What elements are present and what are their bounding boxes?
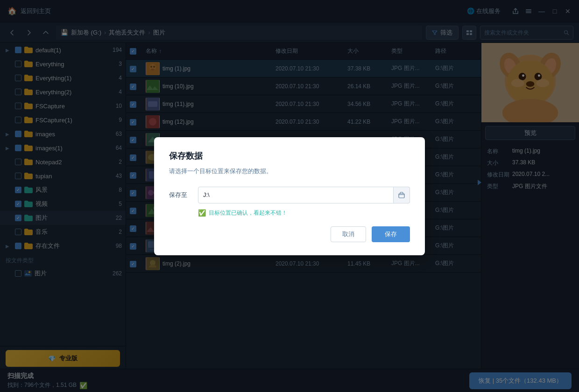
modal-overlay[interactable]: 保存数据 请选择一个目标位置来保存您的数据。 保存至 ✅ 目标位置已确认，看起来… — [0, 0, 579, 392]
svg-rect-51 — [399, 194, 404, 198]
modal-input-wrap — [198, 187, 410, 203]
cancel-button[interactable]: 取消 — [331, 226, 366, 242]
modal-validation: ✅ 目标位置已确认，看起来不错！ — [169, 209, 410, 217]
validation-check-icon: ✅ — [198, 209, 206, 217]
save-button[interactable]: 保存 — [372, 226, 410, 242]
save-modal: 保存数据 请选择一个目标位置来保存您的数据。 保存至 ✅ 目标位置已确认，看起来… — [154, 137, 425, 255]
modal-description: 请选择一个目标位置来保存您的数据。 — [169, 167, 410, 175]
modal-title: 保存数据 — [169, 150, 410, 161]
modal-save-field: 保存至 — [169, 187, 410, 203]
browse-button[interactable] — [393, 187, 410, 203]
modal-actions: 取消 保存 — [169, 226, 410, 242]
modal-save-label: 保存至 — [169, 191, 192, 199]
save-path-input[interactable] — [198, 187, 410, 203]
